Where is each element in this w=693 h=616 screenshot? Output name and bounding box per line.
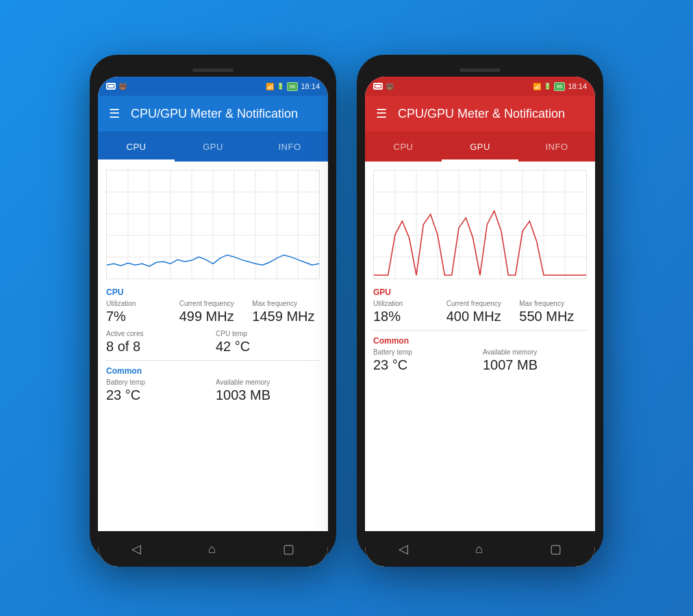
avail-mem-value-right: 1007 MB	[483, 357, 587, 373]
common-stats-left: Battery temp 23 °C Available memory 1003…	[106, 378, 320, 403]
gpu-max-freq-label: Max frequency	[519, 300, 587, 307]
gpu-stats-row-1: Utilization 18% Current frequency 400 MH…	[373, 300, 587, 324]
recent-btn-right[interactable]: ▢	[550, 541, 562, 556]
phone-left: 🐻 📶 🔋 96 18:14 ☰ CPU/GPU Meter & Notific…	[90, 55, 336, 561]
cpu-freq: Current frequency 499 MHz	[179, 300, 247, 324]
home-btn-left[interactable]: ⌂	[208, 542, 216, 556]
battery-left: 96	[287, 82, 299, 91]
tabs-left: CPU GPU INFO	[98, 131, 328, 162]
common-stats-right: Battery temp 23 °C Available memory 1007…	[373, 348, 587, 373]
menu-icon-left[interactable]: ☰	[109, 106, 120, 121]
status-left-icons-right: 🐻	[373, 83, 394, 90]
status-right-icons: 📶 🔋 96 18:14	[266, 82, 320, 91]
wifi-icon-right: 📶	[533, 83, 541, 90]
cpu-stats-row-2: Active cores 8 of 8 CPU temp 42 °C	[106, 330, 320, 355]
battery-right: 96	[554, 82, 566, 91]
screen-right: 🐻 📶 🔋 96 18:14 ☰ CPU/GPU Meter & Notific…	[365, 77, 595, 567]
cpu-cores: Active cores 8 of 8	[106, 330, 210, 355]
cpu-temp: CPU temp 42 °C	[216, 330, 320, 355]
tab-cpu-left[interactable]: CPU	[98, 131, 175, 162]
battery-temp-label-left: Battery temp	[106, 378, 210, 386]
status-bar-left: 🐻 📶 🔋 96 18:14	[98, 77, 328, 96]
freq-label: Current frequency	[179, 300, 247, 307]
gpu-max-freq: Max frequency 550 MHz	[519, 300, 587, 324]
common-section-right: Common Battery temp 23 °C Available memo…	[373, 336, 587, 373]
gpu-utilization: Utilization 18%	[373, 300, 441, 324]
gpu-util-value: 18%	[373, 309, 441, 324]
nav-bar-left: ◁ ⌂ ▢	[98, 531, 328, 567]
avail-mem-label-left: Available memory	[216, 378, 320, 386]
freq-value: 499 MHz	[179, 309, 247, 324]
gpu-label: GPU	[373, 287, 587, 297]
avail-mem-left: Available memory 1003 MB	[216, 378, 320, 403]
tab-info-left[interactable]: INFO	[251, 131, 328, 162]
screen-icon-right	[373, 83, 383, 90]
app-bar-right: ☰ CPU/GPU Meter & Notification	[365, 96, 595, 131]
signal-icon-left: 🔋	[277, 83, 284, 90]
back-btn-right[interactable]: ◁	[399, 541, 408, 556]
battery-temp-left: Battery temp 23 °C	[106, 378, 210, 403]
cpu-chart-svg	[107, 170, 319, 279]
divider-left	[106, 360, 320, 361]
menu-icon-right[interactable]: ☰	[376, 106, 387, 121]
bear-icon-right: 🐻	[386, 83, 394, 90]
time-left: 18:14	[301, 82, 320, 90]
content-right: GPU Utilization 18% Current frequency 40…	[365, 162, 595, 531]
status-bar-right: 🐻 📶 🔋 96 18:14	[365, 77, 595, 96]
screen-left: 🐻 📶 🔋 96 18:14 ☰ CPU/GPU Meter & Notific…	[98, 77, 328, 567]
app-title-left: CPU/GPU Meter & Notification	[131, 107, 298, 121]
battery-temp-right: Battery temp 23 °C	[373, 348, 477, 373]
tab-gpu-right[interactable]: GPU	[442, 131, 518, 162]
avail-mem-value-left: 1003 MB	[216, 387, 320, 403]
cpu-temp-value: 42 °C	[216, 339, 320, 355]
content-left: CPU Utilization 7% Current frequency 499…	[98, 162, 328, 531]
app-title-right: CPU/GPU Meter & Notification	[398, 107, 565, 121]
phone-right: 🐻 📶 🔋 96 18:14 ☰ CPU/GPU Meter & Notific…	[357, 55, 603, 561]
avail-mem-label-right: Available memory	[483, 348, 587, 356]
cpu-chart	[106, 170, 320, 279]
cpu-label: CPU	[106, 287, 320, 297]
cpu-temp-label: CPU temp	[216, 330, 320, 337]
gpu-util-label: Utilization	[373, 300, 441, 307]
wifi-icon-left: 📶	[266, 83, 274, 90]
home-btn-right[interactable]: ⌂	[475, 542, 483, 556]
phone-top-left	[98, 63, 328, 77]
cores-label: Active cores	[106, 330, 210, 337]
divider-right	[373, 330, 587, 331]
speaker-left	[192, 68, 234, 72]
battery-temp-label-right: Battery temp	[373, 348, 477, 356]
back-btn-left[interactable]: ◁	[131, 541, 141, 556]
tab-cpu-right[interactable]: CPU	[365, 131, 442, 162]
common-section-left: Common Battery temp 23 °C Available memo…	[106, 366, 320, 403]
app-bar-left: ☰ CPU/GPU Meter & Notification	[98, 96, 328, 131]
gpu-max-freq-value: 550 MHz	[519, 309, 587, 324]
time-right: 18:14	[568, 82, 587, 90]
gpu-chart	[373, 170, 587, 279]
utilization-label: Utilization	[106, 300, 174, 307]
cpu-utilization: Utilization 7%	[106, 300, 174, 324]
bear-icon: 🐻	[118, 83, 127, 90]
signal-icon-right: 🔋	[544, 83, 551, 90]
common-label-right: Common	[373, 336, 587, 346]
gpu-freq-value: 400 MHz	[446, 309, 514, 324]
battery-temp-value-right: 23 °C	[373, 357, 477, 373]
nav-bar-right: ◁ ⌂ ▢	[365, 531, 595, 567]
common-label-left: Common	[106, 366, 320, 376]
max-freq-label: Max frequency	[252, 300, 320, 307]
phone-top-right	[365, 63, 595, 77]
gpu-freq: Current frequency 400 MHz	[446, 300, 514, 324]
cpu-section: CPU Utilization 7% Current frequency 499…	[106, 287, 320, 355]
max-freq-value: 1459 MHz	[252, 309, 320, 324]
phones-container: 🐻 📶 🔋 96 18:14 ☰ CPU/GPU Meter & Notific…	[90, 55, 603, 561]
gpu-freq-label: Current frequency	[446, 300, 514, 307]
cpu-max-freq: Max frequency 1459 MHz	[252, 300, 320, 324]
tab-info-right[interactable]: INFO	[518, 131, 595, 162]
tab-gpu-left[interactable]: GPU	[175, 131, 251, 162]
screen-icon	[106, 83, 116, 90]
tabs-right: CPU GPU INFO	[365, 131, 595, 162]
gpu-chart-svg	[374, 170, 586, 279]
status-left-icons: 🐻	[106, 83, 127, 90]
cpu-stats-row-1: Utilization 7% Current frequency 499 MHz…	[106, 300, 320, 324]
recent-btn-left[interactable]: ▢	[283, 541, 294, 556]
battery-temp-value-left: 23 °C	[106, 387, 210, 403]
